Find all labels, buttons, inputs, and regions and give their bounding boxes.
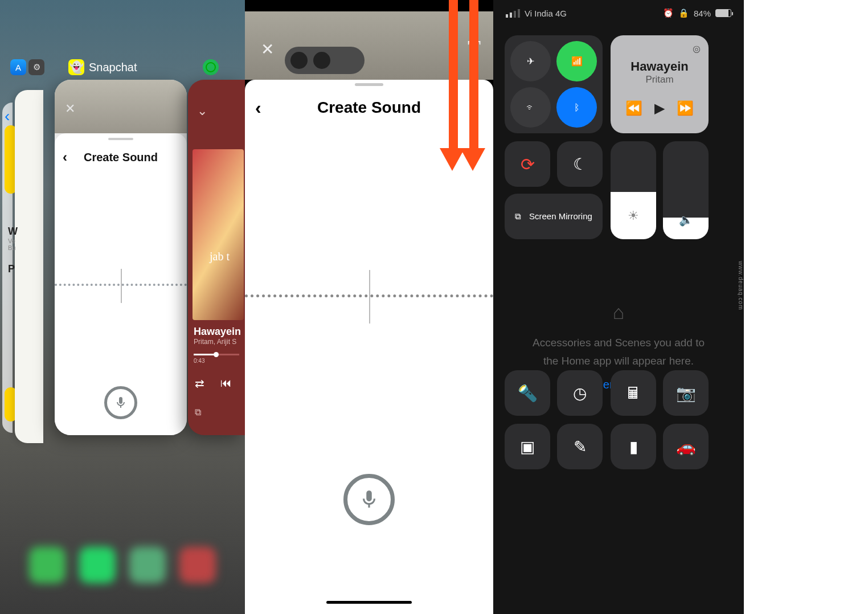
app-switcher-snapchat-card[interactable]: ✕ ‹ Create Sound bbox=[55, 80, 187, 435]
notes-tile[interactable]: ✎ bbox=[557, 424, 603, 469]
waveform-area bbox=[245, 192, 493, 397]
annotation-arrow bbox=[448, 0, 459, 171]
app-switcher-screenshot: A ⚙ 👻 Snapchat W Ve Bu P ✕ ‹ Create Soun… bbox=[0, 0, 245, 614]
spotify-song-title: Hawayein bbox=[194, 326, 245, 338]
close-icon[interactable]: ✕ bbox=[65, 101, 75, 116]
album-art bbox=[193, 149, 244, 320]
home-dock-blurred bbox=[0, 547, 245, 597]
brightness-icon: ☀ bbox=[628, 208, 639, 223]
status-bar: Vi India 4G ⏰ 🔒 84% bbox=[506, 8, 731, 18]
qr-scanner-tile[interactable]: ▣ bbox=[505, 424, 550, 469]
orientation-lock-icon: 🔒 bbox=[678, 8, 689, 18]
alarm-icon: ⏰ bbox=[663, 8, 674, 18]
wifi-toggle[interactable]: ᯤ bbox=[510, 87, 551, 128]
create-sound-sheet: ‹ Create Sound bbox=[55, 133, 187, 435]
record-button[interactable] bbox=[104, 386, 137, 419]
stacked-card-2[interactable] bbox=[15, 90, 43, 443]
carplay-tile[interactable]: 🚗 bbox=[663, 424, 709, 469]
control-center-screenshot: Vi India 4G ⏰ 🔒 84% ✈ 📶 ᯤ ᛒ ◎ Hawayein P… bbox=[493, 0, 744, 614]
play-icon[interactable]: ▶ bbox=[654, 100, 665, 116]
stacked-card-text: W Ve Bu P bbox=[8, 226, 18, 275]
settings-icon: ⚙ bbox=[28, 59, 44, 75]
chevron-down-icon[interactable]: ⌄ bbox=[188, 80, 245, 118]
previous-icon[interactable]: ⏮ bbox=[220, 376, 232, 390]
camera-tile[interactable]: 📷 bbox=[663, 370, 709, 416]
timer-tile[interactable]: ◷ bbox=[557, 370, 603, 416]
cellular-signal-icon bbox=[506, 9, 520, 18]
airplane-mode-toggle[interactable]: ✈ bbox=[510, 41, 551, 81]
page-margin bbox=[744, 0, 868, 614]
now-playing-song: Hawayein bbox=[620, 59, 699, 74]
sheet-grabber[interactable] bbox=[108, 138, 133, 140]
calculator-tile[interactable]: 🖩 bbox=[611, 370, 656, 416]
sheet-grabber[interactable] bbox=[355, 83, 383, 86]
spotify-artist: Pritam, Arijit S bbox=[194, 338, 245, 346]
screen-mirroring-label: Screen Mirroring bbox=[529, 211, 592, 222]
snapchat-create-sound-screenshot: ✕ T ‹ Create Sound bbox=[245, 0, 493, 614]
app-title: Snapchat bbox=[89, 61, 137, 74]
battery-icon bbox=[715, 9, 731, 17]
apple-tv-remote-tile[interactable]: ▮ bbox=[611, 424, 656, 469]
volume-icon: 🔈 bbox=[679, 213, 693, 227]
now-playing-artist: Pritam bbox=[620, 74, 699, 85]
rewind-icon[interactable]: ⏪ bbox=[625, 100, 642, 116]
snapchat-icon: 👻 bbox=[68, 59, 84, 75]
shuffle-icon[interactable]: ⇄ bbox=[195, 376, 204, 390]
appstore-icon: A bbox=[10, 59, 26, 75]
devices-icon[interactable]: ⧉ bbox=[188, 390, 245, 417]
waveform-cursor bbox=[121, 269, 122, 303]
waveform-cursor bbox=[369, 270, 370, 324]
music-playback-tile[interactable]: ◎ Hawayein Pritam ⏪ ▶ ⏩ bbox=[611, 35, 709, 133]
orientation-lock-tile[interactable]: ⟳ bbox=[505, 141, 550, 187]
connectivity-tile[interactable]: ✈ 📶 ᯤ ᛒ bbox=[505, 35, 603, 133]
waveform-area bbox=[55, 210, 187, 358]
bluetooth-toggle[interactable]: ᛒ bbox=[556, 87, 597, 128]
app-switcher-snapchat-label: 👻 Snapchat bbox=[68, 59, 137, 75]
brightness-slider[interactable]: ☀ bbox=[611, 141, 656, 239]
airplay-icon[interactable]: ◎ bbox=[693, 43, 701, 54]
app-switcher-spotify-card[interactable]: ⌄ Hawayein Pritam, Arijit S 0:43 ⇄ ⏮ ⧉ bbox=[188, 80, 245, 435]
home-icon: ⌂ bbox=[493, 296, 744, 329]
cellular-data-toggle[interactable]: 📶 bbox=[556, 41, 597, 81]
forward-icon[interactable]: ⏩ bbox=[677, 100, 694, 116]
do-not-disturb-tile[interactable]: ☾ bbox=[557, 141, 603, 187]
camera-preview: ✕ bbox=[55, 80, 187, 133]
back-button[interactable]: ‹ bbox=[255, 97, 261, 118]
watermark: www.deuaq.com bbox=[738, 261, 744, 310]
volume-slider[interactable]: 🔈 bbox=[663, 141, 709, 239]
carrier-label: Vi India 4G bbox=[525, 9, 567, 18]
screen-mirroring-icon: ⧉ bbox=[515, 211, 521, 222]
record-button[interactable] bbox=[343, 474, 395, 525]
spotify-icon bbox=[203, 59, 219, 75]
sheet-title: Create Sound bbox=[55, 151, 187, 164]
phone-camera-blur bbox=[285, 47, 365, 74]
flashlight-tile[interactable]: 🔦 bbox=[505, 370, 550, 416]
progress-bar[interactable] bbox=[194, 354, 239, 355]
screen-mirroring-tile[interactable]: ⧉ Screen Mirroring bbox=[505, 194, 603, 239]
home-indicator[interactable] bbox=[326, 601, 412, 604]
close-icon[interactable]: ✕ bbox=[261, 40, 274, 59]
battery-percent: 84% bbox=[694, 9, 711, 18]
annotation-arrow bbox=[468, 0, 480, 171]
